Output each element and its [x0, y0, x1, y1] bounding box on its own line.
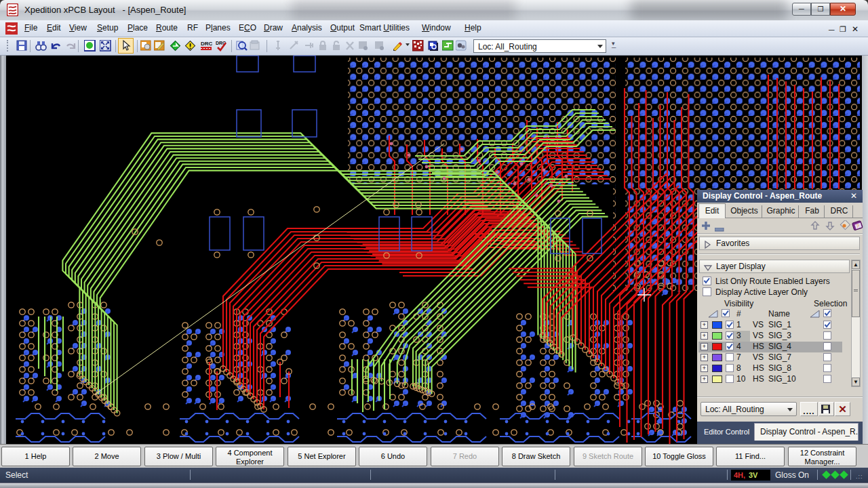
svg-text:?: ?: [856, 224, 859, 228]
svg-text:DRC: DRC: [201, 41, 212, 47]
